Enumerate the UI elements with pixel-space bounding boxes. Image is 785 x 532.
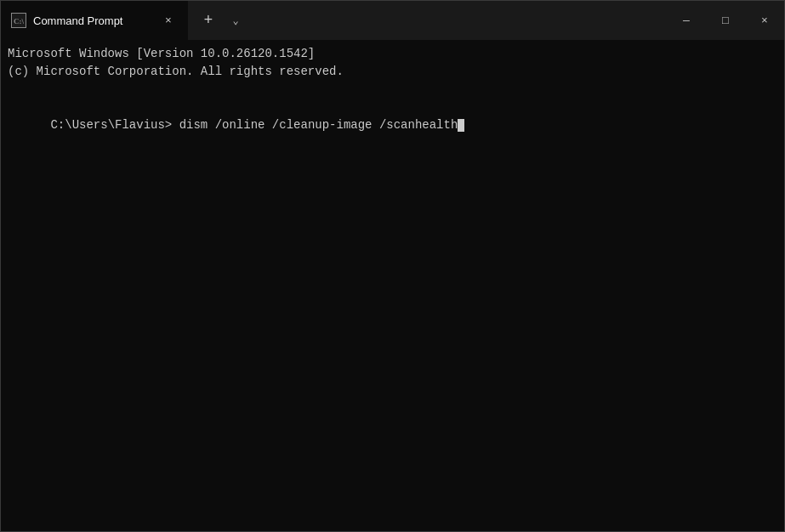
svg-text:C:\: C:\ [14,17,24,25]
active-tab[interactable]: C:\ Command Prompt × [1,1,188,40]
tab-actions: + ⌄ [188,1,254,40]
window-controls: — □ × [667,1,784,40]
terminal-prompt-line: C:\Users\Flavius> dism /online /cleanup-… [8,99,777,152]
tab-close-button[interactable]: × [159,11,178,30]
tab-title: Command Prompt [33,14,152,27]
terminal-prompt: C:\Users\Flavius> [50,118,172,132]
terminal-line-3 [8,81,777,99]
terminal-line-1: Microsoft Windows [Version 10.0.26120.15… [8,45,777,63]
maximize-button[interactable]: □ [706,1,745,40]
terminal-cursor [458,119,464,132]
tab-dropdown-button[interactable]: ⌄ [224,8,247,32]
cmd-icon: C:\ [11,13,26,28]
command-prompt-window: C:\ Command Prompt × + ⌄ — □ × Microsoft… [0,0,785,532]
titlebar: C:\ Command Prompt × + ⌄ — □ × [1,1,784,40]
close-button[interactable]: × [745,1,784,40]
terminal-body[interactable]: Microsoft Windows [Version 10.0.26120.15… [1,40,784,531]
terminal-line-2: (c) Microsoft Corporation. All rights re… [8,63,777,81]
new-tab-button[interactable]: + [195,7,222,34]
minimize-button[interactable]: — [667,1,706,40]
terminal-command: dism /online /cleanup-image /scanhealth [172,118,458,132]
tab-area: C:\ Command Prompt × + ⌄ [1,1,667,40]
